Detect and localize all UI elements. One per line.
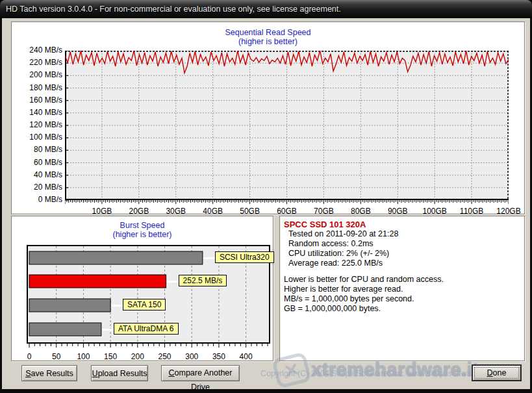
note-average: Higher is better for average read.	[284, 285, 522, 294]
burst-speed-panel: Burst Speed (higher is better) SCSI Ultr…	[11, 216, 273, 361]
upload-results-button[interactable]: Upload Results	[91, 365, 148, 381]
seq-y-tick: 180 MB/s	[13, 83, 62, 92]
sequential-plot-area	[65, 51, 509, 205]
burst-x-tick: 50	[44, 352, 70, 361]
seq-x-tick: 110GB	[452, 207, 491, 216]
burst-bar-label: ATA UltraDMA 6	[114, 323, 179, 335]
burst-chart-subtitle: (higher is better)	[12, 230, 273, 239]
drive-info-panel: SPCC SSD 101 320A Tested on 2011-09-20 a…	[279, 216, 525, 361]
burst-label-connector	[111, 305, 123, 307]
seq-y-tick: 0 MB/s	[13, 195, 62, 204]
random-access-line: Random access: 0.2ms	[284, 239, 522, 249]
sequential-chart-subtitle: (higher is better)	[12, 37, 524, 46]
note-gb-def: GB = 1,000,000,000 bytes.	[284, 304, 522, 314]
sequential-read-panel: Sequential Read Speed (higher is better)…	[11, 21, 525, 214]
burst-x-tick: 200	[125, 352, 151, 361]
window-title: HD Tach version 3.0.4.0 - For non-commer…	[0, 5, 341, 14]
burst-x-tick: 150	[97, 352, 123, 361]
seq-x-tick: 30GB	[157, 207, 196, 216]
seq-x-tick: 100GB	[415, 207, 454, 216]
seq-x-tick: 90GB	[378, 207, 417, 216]
burst-x-tick: 0	[16, 352, 42, 361]
note-mbs-def: MB/s = 1,000,000 bytes per second.	[284, 294, 522, 304]
seq-y-tick: 80 MB/s	[13, 145, 62, 154]
seq-y-tick: 120 MB/s	[13, 120, 62, 129]
seq-x-tick: 50GB	[231, 207, 270, 216]
seq-x-tick: 10GB	[82, 207, 121, 216]
burst-x-tick: 250	[152, 352, 178, 361]
cpu-utilization-line: CPU utilization: 2% (+/- 2%)	[284, 249, 522, 259]
sequential-chart-title: Sequential Read Speed	[12, 28, 524, 37]
done-button[interactable]: Done	[472, 364, 522, 381]
note-cpu-random: Lower is better for CPU and random acces…	[284, 275, 522, 285]
tested-on-line: Tested on 2011-09-20 at 21:28	[284, 229, 522, 239]
seq-y-tick: 200 MB/s	[13, 70, 62, 79]
compare-another-drive-button[interactable]: Compare Another Drive	[161, 365, 240, 381]
seq-y-tick: 160 MB/s	[13, 95, 62, 105]
seq-x-tick: 120GB	[489, 207, 528, 216]
sequential-line-chart	[65, 51, 509, 205]
average-read-line: Average read: 225.0 MB/s	[284, 259, 522, 268]
seq-x-tick: 70GB	[304, 207, 343, 216]
window-body: Sequential Read Speed (higher is better)…	[0, 18, 532, 393]
seq-x-tick: 80GB	[341, 207, 380, 216]
copyright-text: Copyright (C) 2004 Simpli Software, Inc.…	[260, 369, 496, 378]
burst-label-connector	[167, 281, 179, 283]
burst-bar-label: 252.5 MB/s	[179, 275, 227, 286]
save-results-button[interactable]: Save Results	[21, 365, 77, 381]
drive-name: SPCC SSD 101 320A	[284, 220, 522, 229]
seq-y-tick: 220 MB/s	[13, 58, 62, 67]
burst-bar-label: SATA 150	[123, 299, 166, 311]
burst-chart-title: Burst Speed	[12, 221, 273, 230]
burst-x-tick: 100	[70, 352, 96, 361]
burst-x-tick: 300	[179, 352, 205, 361]
seq-x-tick: 40GB	[194, 207, 233, 216]
seq-x-tick: 20GB	[120, 207, 158, 216]
seq-x-tick: 60GB	[268, 207, 307, 216]
seq-y-tick: 140 MB/s	[13, 108, 62, 117]
title-bar[interactable]: HD Tach version 3.0.4.0 - For non-commer…	[0, 0, 532, 18]
seq-y-tick: 20 MB/s	[13, 183, 62, 192]
burst-x-tick: 350	[206, 352, 232, 361]
burst-label-connector	[102, 329, 114, 331]
seq-y-tick: 60 MB/s	[13, 158, 62, 167]
burst-label-connector	[203, 257, 215, 259]
burst-x-tick: 400	[233, 352, 259, 361]
hdtach-window: HD Tach version 3.0.4.0 - For non-commer…	[0, 0, 532, 393]
seq-y-tick: 40 MB/s	[13, 170, 62, 179]
burst-bar-label: SCSI Ultra320	[215, 251, 274, 263]
seq-y-tick: 240 MB/s	[13, 45, 62, 55]
seq-y-tick: 100 MB/s	[13, 133, 62, 142]
